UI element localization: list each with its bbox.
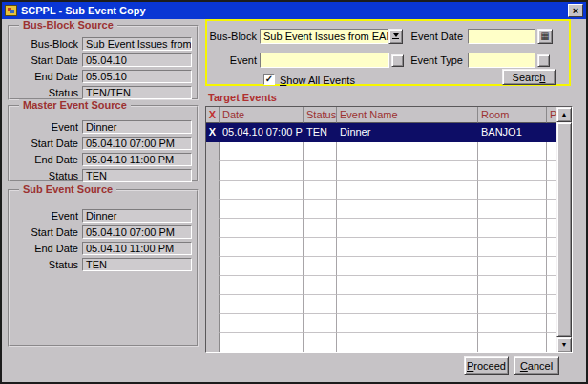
table-cell[interactable] bbox=[337, 314, 478, 333]
table-row-selected[interactable]: X 05.04.10 07:00 PM TEN Dinner BANJO1 bbox=[206, 123, 556, 142]
table-cell[interactable] bbox=[304, 200, 337, 219]
column-header-room[interactable]: Room bbox=[478, 107, 547, 123]
table-cell[interactable] bbox=[206, 142, 220, 161]
table-cell[interactable] bbox=[547, 257, 556, 276]
bus-block-combo[interactable]: Sub Event Issues from EAME bbox=[260, 29, 389, 44]
table-cell[interactable] bbox=[547, 276, 556, 295]
cell-status[interactable]: TEN bbox=[304, 123, 337, 142]
table-cell[interactable] bbox=[220, 257, 304, 276]
table-cell[interactable] bbox=[478, 333, 547, 352]
table-row[interactable] bbox=[206, 142, 556, 161]
table-row[interactable] bbox=[206, 314, 556, 333]
scrollbar-thumb[interactable] bbox=[556, 122, 572, 337]
table-cell[interactable] bbox=[304, 314, 337, 333]
table-cell[interactable] bbox=[304, 161, 337, 181]
table-cell[interactable] bbox=[220, 314, 304, 333]
table-cell[interactable] bbox=[206, 161, 220, 181]
table-cell[interactable] bbox=[304, 181, 337, 200]
table-cell[interactable] bbox=[220, 295, 304, 314]
table-cell[interactable] bbox=[478, 314, 547, 333]
table-cell[interactable] bbox=[547, 333, 556, 352]
cell-p[interactable] bbox=[547, 123, 556, 142]
table-cell[interactable] bbox=[220, 142, 304, 161]
table-cell[interactable] bbox=[337, 142, 478, 161]
table-cell[interactable] bbox=[337, 257, 478, 276]
table-cell[interactable] bbox=[547, 219, 556, 238]
scroll-up-button[interactable]: ▲ bbox=[556, 107, 572, 122]
table-cell[interactable] bbox=[304, 219, 337, 238]
table-cell[interactable] bbox=[478, 142, 547, 161]
table-cell[interactable] bbox=[478, 181, 547, 200]
table-cell[interactable] bbox=[206, 238, 220, 257]
table-cell[interactable] bbox=[206, 314, 220, 333]
cell-x[interactable]: X bbox=[206, 123, 220, 142]
proceed-button[interactable]: Proceed bbox=[464, 356, 509, 375]
table-cell[interactable] bbox=[304, 142, 337, 161]
table-row[interactable] bbox=[206, 161, 556, 181]
event-date-input[interactable] bbox=[468, 29, 536, 44]
table-cell[interactable] bbox=[478, 257, 547, 276]
table-cell[interactable] bbox=[547, 200, 556, 219]
table-cell[interactable] bbox=[337, 181, 478, 200]
event-input[interactable] bbox=[260, 53, 389, 68]
table-cell[interactable] bbox=[206, 276, 220, 295]
table-row[interactable] bbox=[206, 238, 556, 257]
scroll-down-button[interactable]: ▼ bbox=[556, 337, 572, 352]
search-button[interactable]: Search bbox=[502, 69, 556, 85]
table-cell[interactable] bbox=[337, 333, 478, 352]
table-cell[interactable] bbox=[206, 333, 220, 352]
table-cell[interactable] bbox=[206, 181, 220, 200]
table-cell[interactable] bbox=[547, 142, 556, 161]
table-cell[interactable] bbox=[220, 161, 304, 181]
cancel-button[interactable]: Cancel bbox=[514, 356, 559, 375]
table-cell[interactable] bbox=[547, 161, 556, 181]
table-cell[interactable] bbox=[220, 181, 304, 200]
table-cell[interactable] bbox=[304, 295, 337, 314]
event-type-input[interactable] bbox=[468, 53, 536, 68]
table-cell[interactable] bbox=[337, 295, 478, 314]
table-row[interactable] bbox=[206, 333, 556, 352]
table-row[interactable] bbox=[206, 200, 556, 219]
table-cell[interactable] bbox=[220, 333, 304, 352]
table-row[interactable] bbox=[206, 295, 556, 314]
column-header-date[interactable]: Date bbox=[220, 107, 304, 123]
table-cell[interactable] bbox=[547, 181, 556, 200]
close-button[interactable]: × bbox=[568, 4, 583, 17]
table-cell[interactable] bbox=[478, 295, 547, 314]
column-header-event-name[interactable]: Event Name bbox=[337, 107, 478, 123]
table-cell[interactable] bbox=[547, 238, 556, 257]
table-cell[interactable] bbox=[547, 295, 556, 314]
table-cell[interactable] bbox=[206, 200, 220, 219]
table-cell[interactable] bbox=[206, 257, 220, 276]
column-header-x[interactable]: X bbox=[206, 107, 220, 123]
table-cell[interactable] bbox=[220, 200, 304, 219]
table-cell[interactable] bbox=[337, 238, 478, 257]
table-cell[interactable] bbox=[337, 276, 478, 295]
table-row[interactable] bbox=[206, 181, 556, 200]
vertical-scrollbar[interactable]: ▲ ▼ bbox=[556, 107, 572, 352]
table-cell[interactable] bbox=[547, 314, 556, 333]
table-cell[interactable] bbox=[478, 161, 547, 181]
table-cell[interactable] bbox=[478, 200, 547, 219]
table-cell[interactable] bbox=[304, 238, 337, 257]
event-type-lov-button[interactable] bbox=[537, 54, 550, 67]
cell-event-name[interactable]: Dinner bbox=[337, 123, 478, 142]
cell-room[interactable]: BANJO1 bbox=[478, 123, 547, 142]
table-cell[interactable] bbox=[478, 276, 547, 295]
table-cell[interactable] bbox=[337, 161, 478, 181]
table-cell[interactable] bbox=[478, 219, 547, 238]
table-cell[interactable] bbox=[337, 200, 478, 219]
table-cell[interactable] bbox=[304, 257, 337, 276]
table-cell[interactable] bbox=[478, 238, 547, 257]
column-header-p[interactable]: P bbox=[547, 107, 556, 123]
table-row[interactable] bbox=[206, 257, 556, 276]
table-cell[interactable] bbox=[206, 295, 220, 314]
table-cell[interactable] bbox=[206, 219, 220, 238]
show-all-events-checkbox[interactable]: ✓ bbox=[263, 74, 275, 85]
column-header-status[interactable]: Status bbox=[304, 107, 337, 123]
table-row[interactable] bbox=[206, 219, 556, 238]
table-cell[interactable] bbox=[304, 333, 337, 352]
table-cell[interactable] bbox=[220, 238, 304, 257]
cell-date[interactable]: 05.04.10 07:00 PM bbox=[220, 123, 304, 142]
table-row[interactable] bbox=[206, 276, 556, 295]
